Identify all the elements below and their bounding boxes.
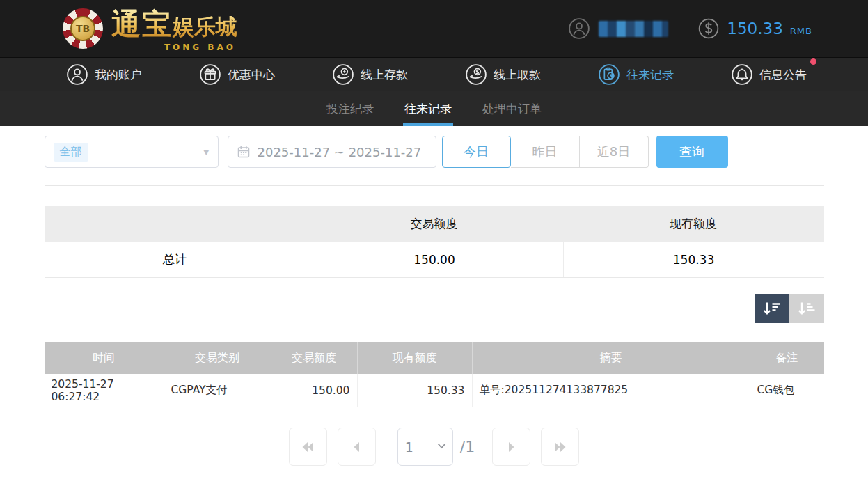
summary-total-row: 总计 150.00 150.33 [45, 242, 824, 278]
col-header-type: 交易类别 [164, 342, 271, 374]
logo-title-main: 通宝 [111, 7, 173, 41]
double-left-arrow-icon [299, 439, 316, 455]
logo-title: 通宝娱乐城 [111, 5, 237, 44]
tab-transaction-records[interactable]: 往来记录 [403, 91, 453, 126]
next-page-button[interactable] [492, 428, 530, 466]
bell-icon [731, 63, 753, 86]
date-range-input[interactable]: 2025-11-27 ~ 2025-11-27 [228, 136, 436, 168]
nav-label: 往来记录 [626, 67, 674, 83]
summary-header-trade-amount: 交易额度 [306, 216, 563, 232]
nav-item-transactions[interactable]: 往来记录 [598, 63, 674, 86]
gift-icon [199, 63, 221, 86]
last-page-button[interactable] [541, 428, 579, 466]
records-clipboard-clock-icon [598, 63, 620, 86]
nav-label: 线上取款 [494, 67, 541, 83]
double-right-arrow-icon [552, 439, 569, 455]
summary-header-current-balance: 现有额度 [563, 216, 824, 232]
selected-type-tag: 全部 [54, 143, 88, 162]
summary-table-header: 交易额度 现有额度 [45, 206, 824, 242]
poker-chip-icon: TB [63, 8, 103, 49]
table-row: 2025-11-27 06:27:42 CGPAY支付 150.00 150.3… [45, 374, 824, 407]
period-today-button[interactable]: 今日 [442, 136, 511, 168]
col-header-amount: 交易额度 [271, 342, 357, 374]
nav-item-announcements[interactable]: 信息公告 [731, 63, 807, 86]
total-pages-label: /1 [460, 438, 475, 455]
summary-current-balance: 150.33 [563, 242, 824, 277]
top-header: TB 通宝娱乐城 TONG BAO 150.33 [0, 0, 868, 57]
nav-label: 信息公告 [759, 67, 807, 83]
date-range-value: 2025-11-27 ~ 2025-11-27 [258, 145, 422, 159]
page-select[interactable]: 1 [397, 428, 453, 466]
tab-betting-records[interactable]: 投注纪录 [325, 91, 375, 126]
nav-label: 优惠中心 [228, 67, 275, 83]
filter-bar: 全部 ▼ 2025-11-27 ~ 2025-11-27 今日 昨日 近8日 查… [45, 136, 824, 168]
col-header-time: 时间 [45, 342, 164, 374]
page-select-wrap: 1 [397, 428, 453, 466]
sort-ascending-icon [797, 301, 816, 316]
page: TB 通宝娱乐城 TONG BAO 150.33 [0, 0, 868, 493]
summary-trade-amount: 150.00 [306, 242, 563, 277]
sort-controls [45, 294, 824, 323]
withdraw-hand-coin-icon [465, 63, 487, 86]
deposit-hand-coin-icon [332, 63, 354, 86]
nav-item-withdraw[interactable]: 线上取款 [465, 63, 541, 86]
username-blurred [599, 21, 668, 37]
summary-table: 交易额度 现有额度 总计 150.00 150.33 [45, 206, 824, 278]
logo-title-sub: 娱乐城 [173, 14, 237, 39]
content: 全部 ▼ 2025-11-27 ~ 2025-11-27 今日 昨日 近8日 查… [45, 126, 824, 466]
sort-descending-button[interactable] [755, 294, 789, 323]
tab-label: 投注纪录 [326, 101, 374, 117]
cell-balance: 150.33 [357, 374, 472, 407]
col-header-note: 备注 [750, 342, 824, 374]
type-select[interactable]: 全部 ▼ [45, 136, 219, 168]
period-last8days-button[interactable]: 近8日 [580, 136, 649, 168]
calendar-icon [237, 145, 251, 159]
tab-label: 往来记录 [404, 101, 452, 117]
nav-item-my-account[interactable]: 我的账户 [66, 63, 142, 86]
cell-type: CGPAY支付 [164, 374, 271, 407]
notification-dot [810, 58, 816, 65]
pagination: 1 /1 [45, 428, 824, 466]
transactions-table-header: 时间 交易类别 交易额度 现有额度 摘要 备注 [45, 342, 824, 374]
sort-ascending-button[interactable] [789, 294, 824, 323]
nav-item-promotions[interactable]: 优惠中心 [199, 63, 275, 86]
summary-total-label: 总计 [45, 242, 306, 277]
right-arrow-icon [505, 439, 518, 455]
prev-page-button[interactable] [338, 428, 376, 466]
period-yesterday-button[interactable]: 昨日 [511, 136, 580, 168]
first-page-button[interactable] [289, 428, 327, 466]
tab-processing-orders[interactable]: 处理中订单 [481, 91, 543, 126]
caret-down-icon: ▼ [203, 148, 209, 157]
logo-subtitle: TONG BAO [164, 42, 236, 52]
site-logo[interactable]: TB 通宝娱乐城 TONG BAO [63, 5, 237, 52]
balance-display: 150.33 RMB [697, 17, 812, 40]
cell-summary: 单号:202511274133877825 [472, 374, 750, 407]
nav-label: 我的账户 [95, 67, 142, 83]
cell-amount: 150.00 [271, 374, 357, 407]
cell-time: 2025-11-27 06:27:42 [45, 374, 164, 407]
active-tab-underline [403, 123, 453, 126]
user-area: 150.33 RMB [568, 17, 812, 40]
cell-note: CG钱包 [750, 374, 824, 407]
balance-amount: 150.33 [727, 19, 782, 38]
chip-label: TB [70, 16, 95, 41]
nav-label: 线上存款 [361, 67, 408, 83]
tab-label: 处理中订单 [482, 101, 542, 117]
nav-item-deposit[interactable]: 线上存款 [332, 63, 408, 86]
period-button-group: 今日 昨日 近8日 [442, 136, 649, 168]
balance-currency: RMB [790, 22, 812, 36]
user-menu[interactable] [568, 17, 668, 40]
avatar-icon [568, 17, 590, 40]
sub-navigation: 投注纪录 往来记录 处理中订单 [0, 91, 868, 126]
col-header-balance: 现有额度 [357, 342, 472, 374]
main-navigation: 我的账户 优惠中心 线上存款 [0, 57, 868, 91]
section-divider [45, 185, 824, 186]
logo-text: 通宝娱乐城 TONG BAO [111, 5, 237, 52]
transactions-table: 时间 交易类别 交易额度 现有额度 摘要 备注 2025-11-27 06:27… [45, 342, 824, 407]
dollar-coin-icon [697, 17, 720, 40]
left-arrow-icon [350, 439, 363, 455]
person-icon [66, 63, 88, 86]
query-button[interactable]: 查询 [656, 136, 728, 168]
col-header-summary: 摘要 [472, 342, 750, 374]
sort-descending-icon [762, 301, 781, 316]
